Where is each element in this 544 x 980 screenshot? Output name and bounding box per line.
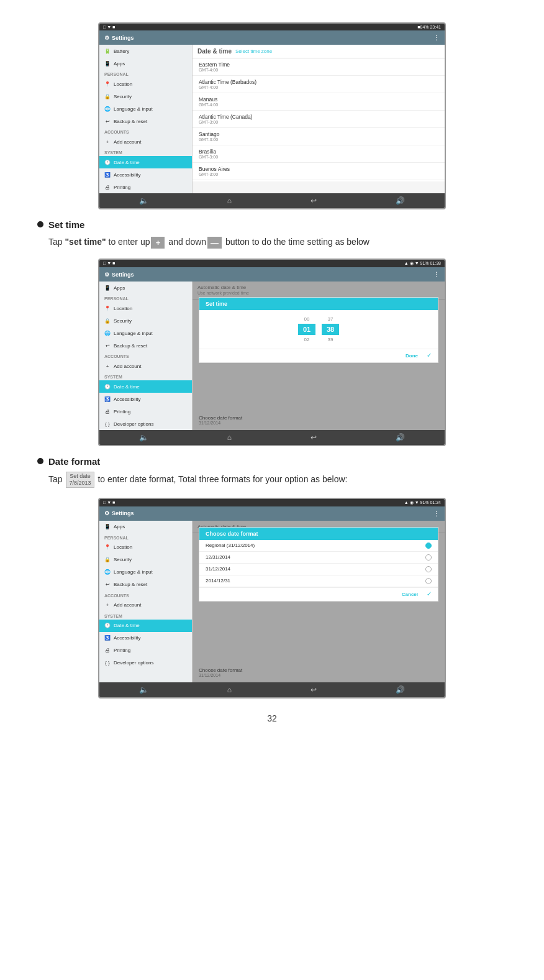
hour-above: 00: [304, 316, 310, 322]
status-bar-3: □ ▼ ■ ▲ ◉ ▼ 91% 01:24: [99, 499, 445, 506]
radio-yyyymmdd[interactable]: 2014/12/31: [199, 575, 438, 587]
radio-ddmmyyyy[interactable]: 31/12/2014: [199, 564, 438, 575]
section3-personal: PERSONAL: [99, 533, 192, 541]
timezone-eastern[interactable]: Eastern Time GMT-4:00: [193, 58, 445, 76]
sidebar-item-printing[interactable]: 🖨 Printing: [99, 181, 192, 193]
sidebar3-label-datetime: Date & time: [114, 623, 140, 628]
nav-back-icon-2[interactable]: ↩: [311, 433, 317, 442]
minus-button[interactable]: —: [207, 237, 222, 249]
checkmark-icon-3[interactable]: ✓: [427, 590, 432, 598]
nav-home-icon-2[interactable]: ⌂: [227, 433, 232, 442]
apps-icon: 📱: [104, 60, 111, 66]
nav-bar-1: 🔈 ⌂ ↩ 🔊: [99, 193, 445, 208]
sidebar2-item-developer[interactable]: { } Developer options: [99, 418, 192, 430]
minute-selected[interactable]: 38: [322, 324, 339, 335]
nav-bar-3: 🔈 ⌂ ↩ 🔊: [99, 682, 445, 697]
sidebar2-item-backup[interactable]: ↩ Backup & reset: [99, 339, 192, 352]
sidebar3-label-apps: Apps: [114, 524, 125, 529]
section2-header: Date format: [37, 456, 519, 467]
sidebar2-item-printing[interactable]: 🖨 Printing: [99, 405, 192, 418]
sidebar-item-battery[interactable]: 🔋 Battery: [99, 45, 192, 57]
time-picker: 00 01 02 37 38 39: [199, 310, 438, 349]
timezone-atlantic-canada[interactable]: Atlantic Time (Canada) GMT-3:00: [193, 111, 445, 128]
timezone-name-brasilia: Brasilia: [199, 149, 438, 155]
cancel-button[interactable]: Cancel: [398, 590, 422, 598]
timezone-offset-santiago: GMT-3:00: [199, 137, 438, 142]
device-screen-3: □ ▼ ■ ▲ ◉ ▼ 91% 01:24 ⚙ Settings ⋮ 📱 App…: [98, 498, 446, 698]
sidebar-item-location[interactable]: 📍 Location: [99, 78, 192, 90]
nav-vol-icon-3b[interactable]: 🔊: [396, 685, 405, 694]
sidebar3-item-datetime[interactable]: 🕐 Date & time: [99, 620, 192, 632]
sidebar-item-backup[interactable]: ↩ Backup & reset: [99, 115, 192, 127]
hour-selected[interactable]: 01: [298, 324, 315, 335]
nav-volume2-icon[interactable]: 🔊: [396, 196, 405, 205]
backup-icon-3: ↩: [104, 582, 111, 588]
minute-below: 39: [328, 337, 333, 342]
section-personal: PERSONAL: [99, 70, 192, 78]
sidebar-2: 📱 Apps PERSONAL 📍 Location 🔒 Security 🌐 …: [99, 282, 193, 430]
timezone-name-santiago: Santiago: [199, 131, 438, 137]
sidebar-item-add-account[interactable]: + Add account: [99, 135, 192, 148]
checkmark-icon-2[interactable]: ✓: [427, 352, 432, 360]
sidebar-item-language[interactable]: 🌐 Language & input: [99, 103, 192, 115]
plus-button[interactable]: +: [151, 237, 165, 249]
sidebar3-item-accessibility[interactable]: ♿ Accessibility: [99, 632, 192, 644]
sidebar2-item-language[interactable]: 🌐 Language & input: [99, 327, 192, 339]
more-icon-3[interactable]: ⋮: [433, 510, 440, 517]
sidebar-item-accessibility[interactable]: ♿ Accessibility: [99, 168, 192, 181]
sidebar3-item-apps[interactable]: 📱 Apps: [99, 521, 192, 533]
nav-home-icon[interactable]: ⌂: [227, 196, 232, 205]
nav-back-icon-3[interactable]: ↩: [311, 685, 317, 694]
section-accounts: ACCOUNTS: [99, 127, 192, 135]
sidebar-item-datetime[interactable]: 🕐 Date & time: [99, 156, 192, 168]
accessibility-icon-3: ♿: [104, 635, 111, 641]
sidebar-item-apps[interactable]: 📱 Apps: [99, 57, 192, 70]
timezone-manaus[interactable]: Manaus GMT-4:00: [193, 93, 445, 111]
timezone-brasilia[interactable]: Brasilia GMT-3:00: [193, 145, 445, 163]
sidebar3-item-security[interactable]: 🔒 Security: [99, 554, 192, 566]
sidebar2-label-add: Add account: [114, 364, 141, 369]
sidebar-label-apps: Apps: [114, 61, 125, 66]
bullet-dot-1: [37, 221, 43, 227]
sidebar3-item-add[interactable]: + Add account: [99, 599, 192, 611]
security-icon: 🔒: [104, 93, 111, 99]
sidebar3-item-developer[interactable]: { } Developer options: [99, 657, 192, 669]
radio-regional[interactable]: Regional (31/12/2014): [199, 540, 438, 552]
sidebar-item-security[interactable]: 🔒 Security: [99, 90, 192, 103]
sidebar2-item-accessibility[interactable]: ♿ Accessibility: [99, 393, 192, 405]
timezone-atlantic-barbados[interactable]: Atlantic Time (Barbados) GMT-4:00: [193, 76, 445, 93]
sidebar2-item-add[interactable]: + Add account: [99, 360, 192, 372]
sidebar3-item-printing[interactable]: 🖨 Printing: [99, 644, 192, 657]
settings-title-3: Settings: [112, 510, 134, 516]
timezone-montevideo[interactable]: Montevideo GMT-3:00: [193, 180, 445, 181]
sidebar2-label-accessibility: Accessibility: [114, 396, 141, 402]
radio-mmddyyyy[interactable]: 12/31/2014: [199, 552, 438, 564]
sidebar2-item-apps[interactable]: 📱 Apps: [99, 282, 192, 294]
sidebar3-item-backup[interactable]: ↩ Backup & reset: [99, 579, 192, 591]
nav-vol-icon-2a[interactable]: 🔈: [139, 433, 148, 442]
nav-vol-icon-3a[interactable]: 🔈: [139, 685, 148, 694]
sidebar2-label-language: Language & input: [114, 331, 153, 336]
sidebar2-item-security[interactable]: 🔒 Security: [99, 314, 192, 327]
backup-icon: ↩: [104, 118, 111, 124]
timezone-buenos-aires[interactable]: Buenos Aires GMT-3:00: [193, 163, 445, 180]
nav-volume-icon[interactable]: 🔈: [139, 196, 148, 205]
radio-regional-label: Regional (31/12/2014): [206, 543, 255, 548]
sidebar-label-battery: Battery: [114, 48, 129, 54]
nav-vol-icon-2b[interactable]: 🔊: [396, 433, 405, 442]
sidebar-label-language: Language & input: [114, 106, 153, 112]
sidebar2-item-datetime[interactable]: 🕐 Date & time: [99, 380, 192, 393]
more-icon[interactable]: ⋮: [433, 34, 440, 41]
more-icon-2[interactable]: ⋮: [433, 271, 440, 278]
done-button[interactable]: Done: [402, 352, 422, 360]
nav-home-icon-3[interactable]: ⌂: [227, 685, 232, 694]
nav-back-icon[interactable]: ↩: [311, 196, 317, 205]
sidebar2-item-location[interactable]: 📍 Location: [99, 302, 192, 314]
set-date-button[interactable]: Set date 7/8/2013: [66, 472, 94, 488]
timezone-santiago[interactable]: Santiago GMT-3:00: [193, 128, 445, 145]
sidebar3-item-language[interactable]: 🌐 Language & input: [99, 566, 192, 579]
main-title-1: Date & time: [197, 48, 232, 55]
sidebar3-item-location[interactable]: 📍 Location: [99, 541, 192, 554]
section1-text-enter: to enter up: [106, 237, 150, 247]
section1-text-suffix: button to do the time setting as below: [223, 237, 369, 247]
